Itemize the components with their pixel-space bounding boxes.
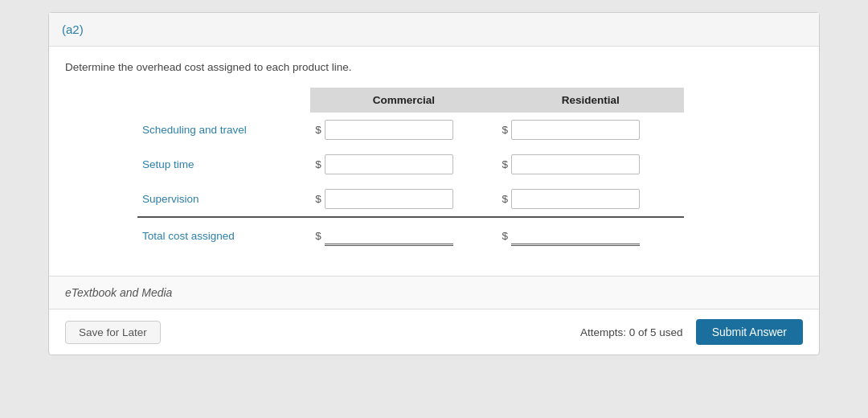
row-label-supervision: Supervision xyxy=(137,182,310,217)
section-label: (a2) xyxy=(62,23,84,36)
table-row: Setup time $ $ xyxy=(137,147,684,182)
etextbook-bar: eTextbook and Media xyxy=(49,276,819,309)
currency-symbol-2: $ xyxy=(502,124,509,136)
supervision-residential-cell: $ xyxy=(497,182,684,217)
main-card: (a2) Determine the overhead cost assigne… xyxy=(48,12,820,355)
total-residential-cell: $ xyxy=(497,217,684,253)
currency-symbol-4: $ xyxy=(502,158,509,170)
row-label-scheduling: Scheduling and travel xyxy=(137,113,310,147)
attempts-text: Attempts: 0 of 5 used xyxy=(580,326,683,338)
row-label-setup: Setup time xyxy=(137,147,310,182)
total-commercial-cell: $ xyxy=(310,217,497,253)
table-row: Supervision $ $ xyxy=(137,182,684,217)
etextbook-label: eTextbook and Media xyxy=(65,286,172,299)
setup-residential-cell: $ xyxy=(497,147,684,182)
col-header-empty xyxy=(137,88,310,113)
instruction-text: Determine the overhead cost assigned to … xyxy=(65,61,803,73)
supervision-commercial-cell: $ xyxy=(310,182,497,217)
total-residential-input[interactable] xyxy=(511,225,640,246)
save-later-button[interactable]: Save for Later xyxy=(65,321,161,344)
currency-symbol-3: $ xyxy=(315,158,321,170)
footer-right: Attempts: 0 of 5 used Submit Answer xyxy=(580,319,803,345)
cost-table: Commercial Residential Scheduling and tr… xyxy=(137,88,684,253)
scheduling-commercial-cell: $ xyxy=(310,113,497,147)
scheduling-commercial-input[interactable] xyxy=(325,120,453,140)
scheduling-residential-cell: $ xyxy=(497,113,684,147)
setup-commercial-cell: $ xyxy=(310,147,497,182)
section-header: (a2) xyxy=(49,13,819,47)
currency-symbol-5: $ xyxy=(315,193,321,205)
currency-symbol-1: $ xyxy=(315,124,321,136)
supervision-commercial-input[interactable] xyxy=(325,189,453,209)
setup-commercial-input[interactable] xyxy=(325,154,453,174)
footer-bar: Save for Later Attempts: 0 of 5 used Sub… xyxy=(49,309,819,354)
total-row: Total cost assigned $ $ xyxy=(137,217,684,253)
currency-symbol-7: $ xyxy=(315,230,321,242)
total-row-label: Total cost assigned xyxy=(137,217,310,253)
col-header-residential: Residential xyxy=(497,88,684,113)
section-body: Determine the overhead cost assigned to … xyxy=(49,47,819,261)
currency-symbol-8: $ xyxy=(502,230,509,242)
total-commercial-input[interactable] xyxy=(325,225,453,246)
col-header-commercial: Commercial xyxy=(310,88,497,113)
supervision-residential-input[interactable] xyxy=(511,189,640,209)
setup-residential-input[interactable] xyxy=(511,154,640,174)
currency-symbol-6: $ xyxy=(502,193,509,205)
scheduling-residential-input[interactable] xyxy=(511,120,640,140)
submit-button[interactable]: Submit Answer xyxy=(696,319,803,345)
table-row: Scheduling and travel $ $ xyxy=(137,113,684,147)
